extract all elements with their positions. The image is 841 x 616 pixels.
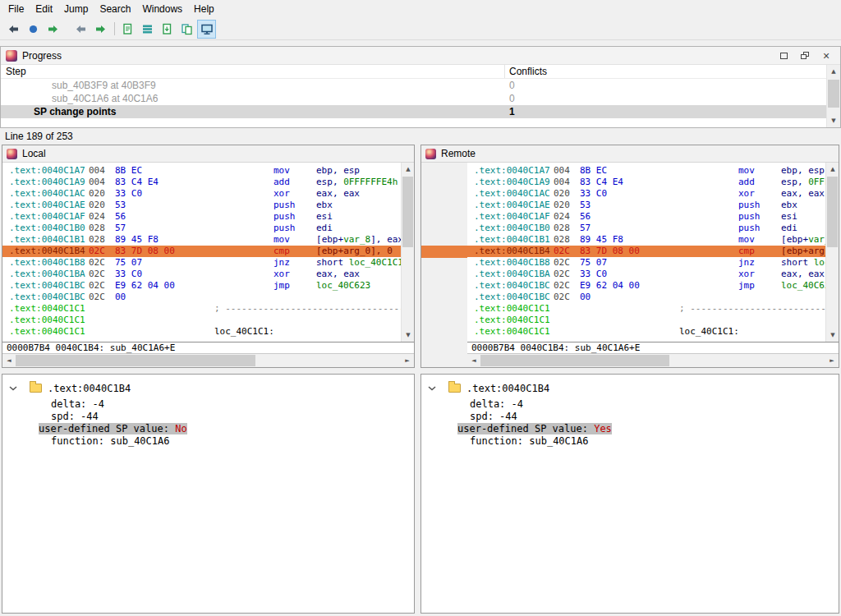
nav-forward-button[interactable] (44, 20, 62, 39)
float-button[interactable] (794, 48, 816, 63)
bytes-cell: 56 (580, 211, 738, 223)
operand-segment: loc_40C623 (781, 280, 825, 291)
menu-search[interactable]: Search (94, 2, 136, 16)
sp-value-line[interactable]: user-defined SP value: Yes (421, 423, 839, 435)
spd-line: spd: -44 (2, 411, 414, 423)
disassembly-line[interactable]: .text:0040C1C1 (467, 315, 825, 326)
scroll-right-button[interactable]: ► (825, 354, 839, 367)
horizontal-scrollbar[interactable]: ◄ ► (467, 354, 839, 367)
disassembly-line-highlighted[interactable]: .text:0040C1B402C83 7D 08 00cmp[ebp+arg_… (467, 246, 825, 257)
scroll-up-button[interactable]: ▲ (402, 163, 414, 176)
nav-current-icon (27, 23, 39, 35)
scroll-thumb[interactable] (16, 355, 255, 366)
sp-value-line[interactable]: user-defined SP value: No (2, 423, 414, 435)
disassembly-line[interactable]: .text:0040C1A70048B ECmovebp, esp (467, 165, 825, 177)
progress-titlebar[interactable]: Progress × (1, 47, 840, 65)
scroll-left-button[interactable]: ◄ (467, 354, 480, 367)
remote-pane-titlebar[interactable]: Remote (421, 145, 839, 163)
disassembly-line[interactable]: .text:0040C1C1loc_40C1C1: (467, 326, 825, 338)
scroll-right-button[interactable]: ► (401, 354, 414, 367)
disassembly-line-highlighted[interactable]: .text:0040C1B402C83 7D 08 00cmp[ebp+arg_… (2, 246, 401, 257)
disassembly-line[interactable]: .text:0040C1C1 (2, 315, 401, 326)
bytes-cell: 57 (580, 223, 738, 234)
close-icon: × (823, 50, 830, 62)
app-icon (425, 149, 436, 159)
vertical-scrollbar[interactable]: ▲ ▼ (825, 163, 839, 342)
disassembly-line[interactable]: .text:0040C1B102889 45 F8mov[ebp+var_8],… (2, 234, 401, 246)
menu-windows[interactable]: Windows (136, 2, 188, 16)
maximize-button[interactable] (773, 48, 794, 63)
chevron-down-icon[interactable] (9, 386, 19, 391)
disassembly-line[interactable]: .text:0040C1BA02C33 C0xoreax, eax (2, 269, 401, 280)
scroll-thumb[interactable] (827, 177, 838, 247)
local-pane-titlebar[interactable]: Local (2, 145, 414, 163)
disassembly-line[interactable]: .text:0040C1C1; ------------------------… (467, 303, 825, 315)
history-forward-button[interactable] (91, 20, 110, 39)
doc-diff-button[interactable] (118, 20, 137, 39)
column-header-step[interactable]: Step (1, 65, 505, 78)
table-row-selected[interactable]: SP change points 1 (1, 105, 840, 118)
disassembly-line[interactable]: .text:0040C1A70048B ECmovebp, esp (2, 165, 401, 177)
scroll-up-button[interactable]: ▲ (827, 65, 840, 78)
sp-value: No (175, 423, 186, 434)
operand-segment: ebp (316, 165, 333, 176)
scroll-thumb[interactable] (480, 355, 669, 366)
disassembly-line[interactable]: .text:0040C1A900483 C4 E4addesp, 0FFFFFF… (467, 177, 825, 188)
disassembly-line[interactable]: .text:0040C1BC02C00 (467, 292, 825, 303)
segments-list-button[interactable] (138, 20, 157, 39)
mnemonic-cell: xor (738, 269, 781, 280)
disassembly-line[interactable]: .text:0040C1B802C75 07jnzshort loc_40C1C… (467, 257, 825, 269)
chevron-down-icon[interactable] (428, 386, 438, 391)
disassembly-line[interactable]: .text:0040C1AC02033 C0xoreax, eax (467, 188, 825, 200)
scroll-down-button[interactable]: ▼ (826, 329, 839, 342)
menu-edit[interactable]: Edit (30, 2, 58, 16)
table-row[interactable]: sub_40B3F9 at 40B3F9 0 (1, 79, 840, 92)
diff-change-marker[interactable] (421, 246, 467, 258)
disassembly-line[interactable]: .text:0040C1B102889 45 F8mov[ebp+var_8],… (467, 234, 825, 246)
progress-scrollbar[interactable]: ▲ ▼ (826, 65, 840, 127)
nav-back-button[interactable] (4, 20, 23, 39)
sp-cell: 02C (554, 257, 580, 269)
disassembly-line[interactable]: .text:0040C1C1loc_40C1C1: (2, 326, 401, 338)
disassembly-line[interactable]: .text:0040C1BA02C33 C0xoreax, eax (467, 269, 825, 280)
doc-apply-button[interactable] (158, 20, 177, 39)
table-row[interactable]: sub_40C1A6 at 40C1A6 0 (1, 92, 840, 105)
disassembly-line[interactable]: .text:0040C1BC02CE9 62 04 00jmploc_40C62… (2, 280, 401, 292)
menu-bar: File Edit Jump Search Windows Help (0, 0, 841, 18)
disassembly-line[interactable]: .text:0040C1A900483 C4 E4addesp, 0FFFFFF… (2, 177, 401, 188)
nav-current-button[interactable] (24, 20, 43, 39)
scroll-down-button[interactable]: ▼ (402, 329, 414, 342)
disassembly-line[interactable]: .text:0040C1C1; ------------------------… (2, 303, 401, 315)
disassembly-line[interactable]: .text:0040C1AE02053pushebx (2, 200, 401, 211)
menu-jump[interactable]: Jump (58, 2, 94, 16)
nav-forward-icon (47, 23, 59, 35)
remote-monitor-button[interactable] (197, 20, 216, 39)
scroll-down-button[interactable]: ▼ (827, 114, 840, 127)
scroll-thumb[interactable] (828, 80, 839, 108)
column-header-conflicts[interactable]: Conflicts (505, 65, 840, 78)
mnemonic-cell: push (273, 223, 316, 234)
doc-merge-button[interactable] (177, 20, 196, 39)
disassembly-line[interactable]: .text:0040C1AC02033 C0xoreax, eax (2, 188, 401, 200)
disassembly-line[interactable]: .text:0040C1BC02C00 (2, 292, 401, 303)
menu-file[interactable]: File (2, 2, 30, 16)
close-button[interactable]: × (816, 48, 837, 63)
disassembly-line[interactable]: .text:0040C1AF02456pushesi (467, 211, 825, 223)
scroll-up-button[interactable]: ▲ (826, 163, 839, 176)
disassembly-line[interactable]: .text:0040C1AE02053pushebx (467, 200, 825, 211)
vertical-scrollbar[interactable]: ▲ ▼ (401, 163, 414, 342)
operand-segment: , (797, 165, 808, 176)
disassembly-line[interactable]: .text:0040C1AF02456pushesi (2, 211, 401, 223)
sp-cell: 028 (89, 234, 115, 246)
disassembly-line[interactable]: .text:0040C1BC02CE9 62 04 00jmploc_40C62… (467, 280, 825, 292)
scroll-left-button[interactable]: ◄ (2, 354, 16, 367)
operands-cell: esp, 0FFFFFFE4h (781, 177, 825, 187)
horizontal-scrollbar[interactable]: ◄ ► (2, 354, 414, 367)
step-cell: SP change points (1, 105, 505, 118)
scroll-thumb[interactable] (402, 177, 413, 247)
disassembly-line[interactable]: .text:0040C1B802C75 07jnzshort loc_40C1C… (2, 257, 401, 269)
history-back-button[interactable] (71, 20, 90, 39)
menu-help[interactable]: Help (188, 2, 220, 16)
disassembly-line[interactable]: .text:0040C1B002857pushedi (467, 223, 825, 234)
disassembly-line[interactable]: .text:0040C1B002857pushedi (2, 223, 401, 234)
